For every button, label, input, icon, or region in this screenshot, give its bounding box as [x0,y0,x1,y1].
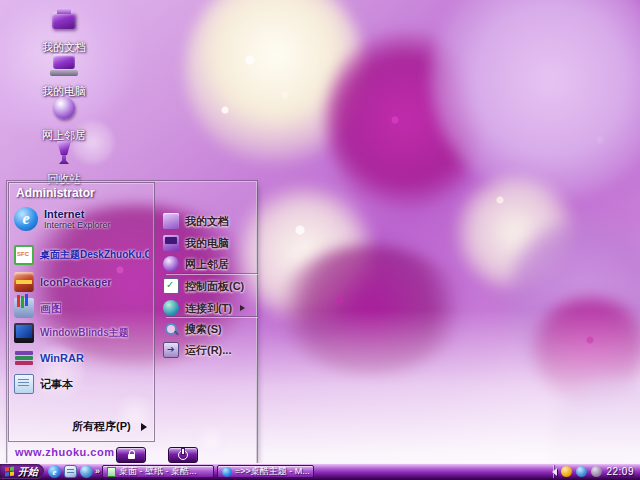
desktop-theme-icon [14,245,34,265]
menu-item-sublabel: Internet Explorer [44,220,111,230]
menu-item-internet[interactable]: Internet Internet Explorer [14,207,149,231]
windows-flag-icon [5,466,15,476]
desktop-screen: 我的文档 我的电脑 网上邻居 回收站 Administrator Interne… [0,0,640,480]
desktop-icon-my-documents[interactable]: 我的文档 [18,6,110,55]
qq-status-icon[interactable] [561,466,572,477]
quicklaunch-internet-explorer-icon[interactable] [48,465,61,478]
menu-item-label: 控制面板(C) [185,279,244,294]
menu-item-my-computer[interactable]: 我的电脑 [163,235,259,251]
quicklaunch-overflow-chevron[interactable]: » [95,466,100,476]
my-documents-icon [49,6,79,34]
menu-item-label: 我的文档 [185,214,229,229]
control-panel-icon [163,278,179,294]
icon-packager-icon [14,272,34,292]
menu-item-label: 连接到(T) [185,301,232,316]
menu-item-label: IconPackager [40,276,112,288]
messenger-icon[interactable] [576,466,587,477]
menu-item-label: Internet [44,208,84,220]
run-icon [163,342,179,358]
taskbar-task-zhuoku-theme[interactable]: =>>桌酷主题 - M... [217,465,314,478]
menu-item-label: 画图 [40,301,62,316]
internet-explorer-icon [14,207,38,231]
menu-item-label: 搜索(S) [185,322,222,337]
all-programs-button[interactable]: 所有程序(P) [72,419,147,434]
desktop-icon-my-computer[interactable]: 我的电脑 [18,50,110,99]
menu-item-label: 桌面主题DeskZhuoKu.Com [40,248,149,262]
menu-divider [166,316,258,317]
menu-item-run[interactable]: 运行(R)... [163,342,259,358]
menu-item-label: 运行(R)... [185,343,231,358]
taskbar: 开始 » 桌面 - 壁纸 - 桌酷... =>>桌酷主题 - M... 22:0… [0,463,640,480]
my-computer-icon [49,50,79,78]
quicklaunch-show-desktop-icon[interactable] [64,465,77,478]
internet-explorer-icon [222,467,232,477]
quicklaunch-media-player-icon[interactable] [80,465,93,478]
menu-item-search[interactable]: 搜索(S) [163,321,259,337]
chevron-right-icon [141,423,147,431]
start-button[interactable]: 开始 [0,464,44,479]
menu-item-label: 我的电脑 [185,236,229,251]
menu-item-label: WindowBlinds主题 [40,326,129,340]
tray-expand-chevron-icon[interactable] [548,468,557,476]
notepad-icon [14,374,34,394]
desktop-icon-network-places[interactable]: 网上邻居 [18,94,110,143]
my-computer-icon [163,235,179,251]
paint-icon [14,298,34,318]
task-label: =>>桌酷主题 - M... [235,465,310,478]
menu-item-notepad[interactable]: 记事本 [14,374,149,394]
turn-off-button[interactable] [168,447,198,463]
menu-item-desktop-theme[interactable]: 桌面主题DeskZhuoKu.Com [14,245,149,265]
recycle-bin-icon [49,138,79,166]
menu-item-iconpackager[interactable]: IconPackager [14,272,149,292]
menu-item-my-documents[interactable]: 我的文档 [163,213,259,229]
network-places-icon [49,94,79,122]
desktop-icon-recycle-bin[interactable]: 回收站 [18,138,110,187]
all-programs-label: 所有程序(P) [72,419,131,434]
start-menu: Administrator Internet Internet Explorer… [8,182,256,463]
task-label: 桌面 - 壁纸 - 桌酷... [119,465,197,478]
taskbar-task-wallpaper-page[interactable]: 桌面 - 壁纸 - 桌酷... [102,465,214,478]
my-documents-icon [163,213,179,229]
menu-item-network-places[interactable]: 网上邻居 [163,256,259,272]
menu-item-paint[interactable]: 画图 [14,298,149,318]
menu-divider [166,273,258,274]
zhuoku-url-text: www.zhuoku.com [15,446,115,458]
start-menu-user-name: Administrator [16,186,95,200]
taskbar-clock[interactable]: 22:09 [606,466,634,477]
log-off-button[interactable] [116,447,146,463]
windowblinds-icon [14,323,34,343]
start-button-label: 开始 [18,465,38,479]
system-tray: 22:09 [544,463,638,480]
menu-item-label: 网上邻居 [185,257,229,272]
connect-to-icon [163,300,179,316]
menu-item-control-panel[interactable]: 控制面板(C) [163,278,259,294]
submenu-arrow-icon [240,305,245,311]
webpage-icon [107,467,116,477]
winrar-icon [14,348,34,368]
menu-item-windowblinds[interactable]: WindowBlinds主题 [14,323,149,343]
power-icon [178,450,188,460]
menu-item-label: WinRAR [40,352,84,364]
menu-item-winrar[interactable]: WinRAR [14,348,149,368]
menu-item-connect-to[interactable]: 连接到(T) [163,300,259,316]
search-icon [163,321,179,337]
lock-icon [128,454,135,459]
menu-item-label: 记事本 [40,377,73,392]
network-places-icon [163,256,179,272]
volume-icon[interactable] [591,466,602,477]
